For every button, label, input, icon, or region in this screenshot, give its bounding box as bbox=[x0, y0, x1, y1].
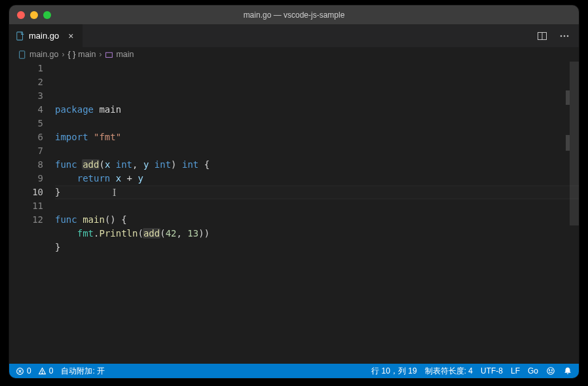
maximize-window-button[interactable] bbox=[43, 11, 51, 19]
code-line[interactable] bbox=[55, 254, 579, 268]
line-number[interactable]: 3 bbox=[9, 89, 43, 103]
line-number[interactable]: 2 bbox=[9, 75, 43, 89]
svg-point-3 bbox=[560, 35, 562, 37]
code-line[interactable]: return x + y bbox=[55, 172, 579, 185]
chevron-right-icon: › bbox=[99, 50, 101, 59]
editor[interactable]: 123456789101112 package main import "fmt… bbox=[9, 62, 579, 364]
svg-point-11 bbox=[547, 368, 555, 375]
breadcrumb-namespace[interactable]: main bbox=[78, 50, 96, 59]
code-line[interactable] bbox=[55, 144, 579, 158]
status-encoding[interactable]: UTF-8 bbox=[481, 366, 503, 376]
code-line[interactable]: func main() { bbox=[55, 213, 579, 227]
line-number[interactable]: 9 bbox=[9, 172, 43, 185]
code-line[interactable] bbox=[55, 117, 579, 130]
warning-icon bbox=[38, 367, 46, 376]
svg-rect-7 bbox=[106, 52, 113, 57]
svg-point-4 bbox=[564, 35, 566, 37]
vertical-scrollbar[interactable] bbox=[570, 62, 579, 364]
go-file-icon bbox=[16, 31, 25, 41]
tab-actions bbox=[528, 24, 579, 47]
titlebar[interactable]: main.go — vscode-js-sample bbox=[9, 5, 579, 24]
error-count: 0 bbox=[27, 366, 31, 376]
code-line[interactable]: import "fmt" bbox=[55, 130, 579, 144]
line-number[interactable]: 5 bbox=[9, 117, 43, 130]
code-line[interactable] bbox=[55, 199, 579, 213]
line-number[interactable]: 8 bbox=[9, 158, 43, 172]
svg-point-13 bbox=[551, 370, 552, 370]
more-actions-button[interactable] bbox=[558, 29, 571, 43]
tab-main-go[interactable]: main.go × bbox=[9, 24, 83, 47]
window-title: main.go — vscode-js-sample bbox=[9, 10, 579, 20]
notifications-button[interactable] bbox=[563, 366, 572, 376]
breadcrumb-function[interactable]: main bbox=[116, 50, 134, 59]
close-tab-button[interactable]: × bbox=[65, 31, 76, 41]
line-number[interactable]: 1 bbox=[9, 62, 43, 75]
close-window-button[interactable] bbox=[17, 11, 25, 19]
status-line-col[interactable]: 行 10，列 19 bbox=[371, 366, 416, 377]
chevron-right-icon: › bbox=[62, 50, 64, 59]
code-line[interactable]: fmt.Println(add(42, 13)) bbox=[55, 227, 579, 241]
status-language[interactable]: Go bbox=[528, 366, 538, 376]
line-number[interactable]: 10 bbox=[9, 185, 43, 199]
error-icon bbox=[16, 367, 24, 376]
warning-count: 0 bbox=[49, 366, 54, 376]
svg-point-10 bbox=[42, 372, 43, 373]
app-window: main.go — vscode-js-sample main.go × mai… bbox=[9, 5, 579, 378]
code-line[interactable]: } bbox=[55, 241, 579, 254]
tab-label: main.go bbox=[29, 31, 59, 41]
code-line[interactable]: func add(x int, y int) int { bbox=[55, 158, 579, 172]
go-file-icon bbox=[18, 50, 27, 59]
code-line[interactable]: } bbox=[55, 185, 579, 199]
function-icon bbox=[105, 50, 113, 59]
traffic-lights bbox=[17, 11, 51, 19]
status-tab-size[interactable]: 制表符长度: 4 bbox=[425, 366, 473, 377]
minimize-window-button[interactable] bbox=[30, 11, 38, 19]
line-number[interactable]: 7 bbox=[9, 144, 43, 158]
line-number-gutter[interactable]: 123456789101112 bbox=[9, 62, 55, 364]
code-content[interactable]: package main import "fmt" func add(x int… bbox=[55, 62, 579, 364]
status-auto-attach[interactable]: 自动附加: 开 bbox=[61, 366, 105, 377]
status-eol[interactable]: LF bbox=[511, 366, 520, 376]
breadcrumbs[interactable]: main.go › { } main › main bbox=[9, 47, 579, 62]
breadcrumb-file[interactable]: main.go bbox=[29, 50, 58, 59]
svg-point-12 bbox=[549, 370, 549, 370]
svg-rect-6 bbox=[20, 50, 25, 58]
split-editor-button[interactable] bbox=[536, 29, 549, 43]
line-number[interactable]: 6 bbox=[9, 130, 43, 144]
scrollbar-thumb[interactable] bbox=[570, 62, 579, 225]
code-line[interactable]: package main bbox=[55, 103, 579, 117]
line-number[interactable]: 4 bbox=[9, 103, 43, 117]
line-number[interactable]: 11 bbox=[9, 199, 43, 213]
feedback-button[interactable] bbox=[546, 366, 555, 376]
tab-bar: main.go × bbox=[9, 24, 579, 47]
status-bar: 0 0 自动附加: 开 行 10，列 19 制表符长度: 4 UTF-8 LF … bbox=[9, 364, 579, 378]
status-problems[interactable]: 0 0 bbox=[16, 366, 53, 376]
svg-point-5 bbox=[567, 35, 569, 37]
namespace-icon: { } bbox=[67, 50, 75, 59]
line-number[interactable]: 12 bbox=[9, 213, 43, 227]
